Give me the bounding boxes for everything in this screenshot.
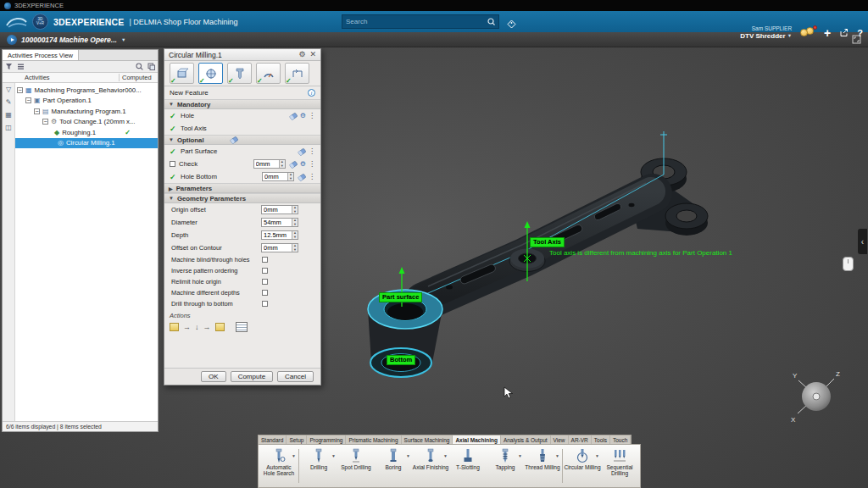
origin-offset-input[interactable] [262, 206, 292, 214]
tool-spot-drilling[interactable]: Spot Drilling [337, 446, 375, 486]
machine-blind-through-holes-checkbox[interactable] [262, 257, 268, 263]
global-search[interactable] [342, 14, 499, 29]
object-breadcrumb[interactable]: 100000174 Machine Opere... [21, 36, 117, 44]
mouse-hint-icon[interactable] [843, 257, 854, 271]
tree-item-manufacturing-program[interactable]: − ▤ Manufacturing Program.1 [15, 106, 158, 117]
section-parameters[interactable]: ▶ Parameters [164, 183, 320, 193]
tool-boring[interactable]: ▼ Boring [375, 446, 412, 486]
dialog-title-bar[interactable]: Circular Milling.1 ⚙ ✕ [164, 49, 320, 61]
column-computed[interactable]: Computed [119, 74, 158, 81]
gear-icon[interactable]: ⚙ [300, 113, 306, 119]
view-compass[interactable]: Y Z X [784, 364, 849, 429]
eraser-icon[interactable] [298, 173, 306, 181]
tool-sequential-drilling[interactable]: Sequential Drilling [601, 446, 638, 486]
check-offset-input[interactable] [254, 160, 279, 168]
tool-drilling[interactable]: ▼ Drilling [300, 446, 337, 486]
tool-axis-label[interactable]: Tool Axis [530, 237, 565, 247]
share-icon[interactable] [839, 28, 849, 37]
tool-tapping[interactable]: ▼ Tapping [487, 446, 524, 486]
ribbon-tab-setup[interactable]: Setup [287, 435, 307, 444]
part-surface-label[interactable]: Part surface [379, 292, 422, 302]
add-content-button[interactable]: + [824, 27, 831, 39]
spinner[interactable]: ▲▼ [292, 231, 298, 239]
section-mandatory[interactable]: ▼ Mandatory [164, 99, 320, 109]
tab-geometry[interactable]: ✓ [198, 63, 223, 84]
tab-tool[interactable]: ✓ [227, 63, 252, 84]
diameter-input[interactable] [262, 219, 292, 226]
strip-panel-icon[interactable]: ◫ [5, 124, 12, 131]
dropdown-chevron-icon[interactable]: ▼ [555, 453, 559, 458]
tool-t-slotting[interactable]: T-Slotting [449, 446, 487, 486]
section-optional[interactable]: ▼ Optional [164, 135, 320, 145]
ribbon-tab-prismatic-machining[interactable]: Prismatic Machining [346, 435, 401, 444]
dialog-close-icon[interactable]: ✕ [309, 51, 316, 58]
breadcrumb-chevron-icon[interactable]: ▼ [121, 37, 125, 42]
gear-icon[interactable]: ⚙ [300, 161, 306, 168]
inverse-pattern-ordering-checkbox[interactable] [262, 268, 268, 274]
cancel-button[interactable]: Cancel [277, 371, 314, 382]
section-geometry-parameters[interactable]: ▼ Geometry Parameters [164, 193, 320, 203]
list-view-icon[interactable] [17, 63, 25, 70]
expander-icon[interactable]: − [25, 97, 31, 103]
spinner[interactable]: ▲▼ [287, 173, 293, 180]
ribbon-tab-programming[interactable]: Programming [307, 435, 346, 444]
strip-grid-icon[interactable]: ▦ [5, 111, 12, 119]
eraser-icon[interactable] [289, 160, 298, 169]
column-activities[interactable]: Activities [3, 74, 119, 81]
dropdown-chevron-icon[interactable]: ▼ [331, 453, 336, 458]
more-options-icon[interactable]: ⋮ [309, 147, 315, 155]
tree-item-circular-milling[interactable]: ◎ Circular Milling.1 [15, 138, 158, 149]
spinner[interactable]: ▲▼ [292, 206, 298, 214]
eraser-icon[interactable] [289, 112, 298, 120]
simulation-table-icon[interactable] [236, 322, 248, 332]
search-icon[interactable] [487, 18, 495, 25]
ribbon-tab-view[interactable]: View [551, 435, 569, 444]
bottom-label[interactable]: Bottom [387, 355, 415, 365]
check-checkbox[interactable] [170, 161, 175, 167]
relimit-hole-origin-checkbox[interactable] [262, 279, 268, 285]
spinner[interactable]: ▲▼ [279, 160, 285, 168]
ribbon-tab-ar-vr[interactable]: AR-VR [569, 435, 592, 444]
ribbon-tab-standard[interactable]: Standard [259, 435, 287, 444]
tag-icon[interactable] [507, 17, 516, 32]
compass-play-icon[interactable] [7, 35, 17, 45]
ribbon-tab-surface-machining[interactable]: Surface Machining [402, 435, 453, 444]
tool-axial-finishing[interactable]: ▼ Axial Finishing [412, 446, 449, 486]
tab-macros[interactable]: ✓ [285, 63, 309, 84]
eraser-icon[interactable] [298, 147, 306, 156]
tab-activities-process-view[interactable]: Activities Process View [3, 50, 79, 60]
more-options-icon[interactable]: ⋮ [309, 160, 315, 168]
collapse-panel-arrow[interactable]: ‹ [858, 229, 867, 254]
ribbon-tab-axial-machining[interactable]: Axial Machining [453, 435, 500, 444]
dropdown-chevron-icon[interactable]: ▼ [443, 453, 448, 458]
tree-item-roughing[interactable]: ◆ Roughing.1 ✓ [15, 127, 158, 138]
drill-through-to-bottom-checkbox[interactable] [262, 301, 268, 307]
tool-automatic-hole-search[interactable]: ▼ Automatic Hole Search [260, 446, 298, 486]
spinner[interactable]: ▲▼ [292, 244, 298, 252]
user-menu[interactable]: Sam SUPPLIER DTV Shredder ▼ [740, 25, 792, 40]
dropdown-chevron-icon[interactable]: ▼ [292, 453, 296, 458]
communities-icon[interactable] [800, 27, 815, 38]
strip-filter-icon[interactable]: ▽ [6, 86, 11, 93]
help-button[interactable]: ? [857, 28, 863, 38]
ribbon-tab-tools[interactable]: Tools [592, 435, 610, 444]
tree-item-tool-change[interactable]: − ⚙ Tool Change.1 (20mm x... [15, 117, 158, 128]
expander-icon[interactable]: − [34, 108, 40, 114]
hole-bottom-offset-input[interactable] [263, 173, 287, 180]
tool-circular-milling[interactable]: ▼ Circular Milling [564, 446, 601, 486]
more-options-icon[interactable]: ⋮ [309, 173, 315, 180]
info-icon[interactable]: i [308, 89, 315, 97]
dropdown-chevron-icon[interactable]: ▼ [406, 453, 410, 458]
pick-pointer-icon[interactable]: ↓ [195, 324, 199, 331]
search-tree-icon[interactable] [136, 63, 143, 70]
ok-button[interactable]: OK [201, 371, 226, 382]
expander-icon[interactable]: − [42, 119, 48, 125]
tree-item-part-operation[interactable]: − ▣ Part Operation.1 [15, 96, 158, 107]
offset-on-contour-input[interactable] [262, 244, 292, 252]
dropdown-chevron-icon[interactable]: ▼ [518, 453, 522, 458]
result-cube-icon[interactable] [215, 323, 225, 331]
ribbon-tab-touch[interactable]: Touch [610, 435, 631, 444]
stock-cube-icon[interactable] [170, 323, 179, 331]
strip-edit-icon[interactable]: ✎ [6, 98, 12, 106]
dropdown-chevron-icon[interactable]: ▼ [595, 453, 599, 458]
